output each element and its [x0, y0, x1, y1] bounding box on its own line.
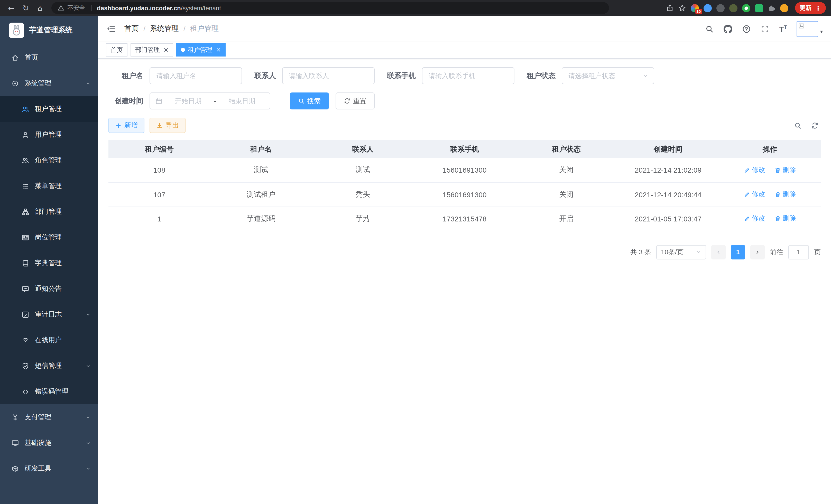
browser-reload-icon[interactable]: ↻ — [20, 2, 32, 14]
delete-link[interactable]: 删除 — [774, 214, 796, 223]
extension-icon-olive[interactable] — [729, 4, 738, 12]
cell-phone: 15601691300 — [414, 158, 515, 182]
profile-avatar-icon[interactable] — [780, 4, 789, 12]
active-tab-dot — [181, 48, 185, 52]
sidebar-item-label: 租户管理 — [35, 104, 62, 114]
tab-dept[interactable]: 部门管理 × — [131, 43, 173, 57]
goto-label: 前往 — [770, 247, 783, 257]
sidebar-item-home[interactable]: 首页 — [0, 45, 98, 70]
filter-phone: 联系手机 — [387, 67, 514, 84]
sidebar-item-system[interactable]: 系统管理 — [0, 70, 98, 96]
breadcrumb-system[interactable]: 系统管理 — [150, 24, 179, 33]
sidebar-item-label: 岗位管理 — [35, 233, 62, 242]
sidebar-item-label: 首页 — [25, 53, 38, 62]
browser-menu-dots-icon[interactable]: ⋮ — [815, 4, 821, 11]
tab-label: 部门管理 — [135, 46, 160, 54]
tab-tenant[interactable]: 租户管理 × — [176, 43, 226, 57]
sidebar-item-infra[interactable]: 基础设施 — [0, 430, 98, 456]
tab-close-icon[interactable]: × — [216, 47, 221, 53]
share-icon[interactable] — [666, 4, 674, 12]
phone-input[interactable] — [422, 67, 514, 84]
dev-tools-box-icon — [11, 465, 19, 472]
org-tree-icon — [22, 208, 29, 215]
contact-input[interactable] — [282, 67, 375, 84]
chevron-up-icon — [85, 80, 91, 86]
github-icon[interactable] — [724, 24, 733, 33]
sidebar-fold-icon[interactable] — [106, 24, 116, 33]
sidebar-item-menu[interactable]: 菜单管理 — [0, 173, 98, 199]
search-icon[interactable] — [705, 24, 714, 33]
col-status: 租户状态 — [515, 140, 617, 158]
edit-link[interactable]: 修改 — [744, 190, 765, 199]
tenant-table: 租户编号 租户名 联系人 联系手机 租户状态 创建时间 操作 108 测试 — [109, 140, 821, 231]
tab-home[interactable]: 首页 — [106, 43, 127, 57]
tenant-name-input[interactable] — [149, 67, 242, 84]
browser-update-button[interactable]: 更新 ⋮ — [795, 2, 826, 14]
sidebar-item-tenant[interactable]: 租户管理 — [0, 96, 98, 122]
extensions-puzzle-icon[interactable] — [768, 4, 775, 12]
delete-link[interactable]: 删除 — [774, 190, 796, 199]
audit-log-icon — [22, 310, 29, 318]
goto-page-input[interactable] — [789, 245, 809, 259]
sidebar-item-user[interactable]: 用户管理 — [0, 122, 98, 147]
sidebar-item-online-user[interactable]: 在线用户 — [0, 327, 98, 353]
browser-back-icon[interactable]: ← — [5, 2, 18, 14]
sidebar-menu: 首页 系统管理 租户管理 用户管理 — [0, 45, 98, 504]
bookmark-star-icon[interactable] — [678, 4, 686, 12]
toggle-search-icon[interactable] — [794, 121, 802, 129]
cell-created: 2021-12-14 21:02:09 — [617, 158, 719, 182]
export-button[interactable]: 导出 — [149, 118, 185, 133]
create-time-range-picker[interactable]: 开始日期 - 结束日期 — [149, 92, 270, 110]
sidebar-logo[interactable]: 芋道管理系统 — [0, 16, 98, 45]
sidebar-item-dict[interactable]: 字典管理 — [0, 250, 98, 276]
next-page-button[interactable] — [750, 245, 765, 259]
delete-link[interactable]: 删除 — [774, 166, 796, 175]
contact-label: 联系人 — [254, 71, 276, 80]
add-button[interactable]: 新增 — [109, 118, 144, 133]
sidebar-item-role[interactable]: 角色管理 — [0, 147, 98, 173]
sidebar-item-label: 部门管理 — [35, 207, 62, 216]
extension-icon-dark[interactable] — [716, 4, 725, 12]
notice-message-icon — [22, 285, 29, 293]
extension-icon-colorful[interactable]: 10 — [691, 4, 699, 12]
online-signal-icon — [22, 336, 29, 344]
user-avatar-menu[interactable]: ▾ — [797, 21, 823, 37]
reset-button[interactable]: 重置 — [336, 92, 375, 110]
sidebar-item-error-code[interactable]: 错误码管理 — [0, 379, 98, 404]
sidebar-item-dev-tools[interactable]: 研发工具 — [0, 456, 98, 481]
sidebar-item-dept[interactable]: 部门管理 — [0, 199, 98, 225]
breadcrumb-home[interactable]: 首页 — [124, 24, 139, 33]
refresh-table-icon[interactable] — [811, 121, 819, 129]
prev-page-button[interactable] — [711, 245, 726, 259]
page-size-select[interactable]: 10条/页 — [656, 245, 706, 259]
extension-icon-blue[interactable] — [704, 4, 712, 12]
edit-link[interactable]: 修改 — [744, 166, 765, 175]
edit-pencil-icon — [744, 191, 750, 198]
question-help-icon[interactable] — [742, 24, 751, 33]
extension-icon-green-square[interactable] — [755, 4, 763, 12]
breadcrumb-separator: / — [143, 25, 145, 33]
status-label: 租户状态 — [527, 71, 555, 80]
sidebar-item-audit-log[interactable]: 审计日志 — [0, 302, 98, 327]
font-size-icon[interactable]: TT — [779, 25, 787, 33]
security-warning-icon — [58, 5, 64, 11]
sidebar-item-post[interactable]: 岗位管理 — [0, 225, 98, 250]
sidebar-submenu-system: 租户管理 用户管理 角色管理 菜单管理 — [0, 96, 98, 404]
fullscreen-icon[interactable] — [761, 24, 770, 33]
filter-create-time: 创建时间 开始日期 - 结束日期 — [109, 92, 270, 110]
browser-home-icon[interactable]: ⌂ — [34, 2, 46, 14]
sidebar-item-pay[interactable]: 支付管理 — [0, 404, 98, 430]
sidebar-item-sms[interactable]: 短信管理 — [0, 353, 98, 379]
phone-label: 联系手机 — [387, 71, 416, 80]
cell-actions: 修改 删除 — [719, 182, 821, 207]
edit-link[interactable]: 修改 — [744, 214, 765, 223]
tenant-status-select[interactable]: 请选择租户状态 — [562, 67, 654, 84]
sidebar-item-notice[interactable]: 通知公告 — [0, 276, 98, 302]
current-page-button[interactable]: 1 — [731, 245, 745, 259]
extension-icon-green-ring[interactable] — [742, 4, 750, 12]
address-bar[interactable]: 不安全 dashboard.yudao.iocoder.cn/system/te… — [51, 2, 609, 14]
breadcrumb-current: 租户管理 — [190, 24, 219, 33]
search-button[interactable]: 搜索 — [290, 92, 329, 110]
tab-close-icon[interactable]: × — [164, 47, 169, 53]
security-label[interactable]: 不安全 — [67, 4, 85, 12]
